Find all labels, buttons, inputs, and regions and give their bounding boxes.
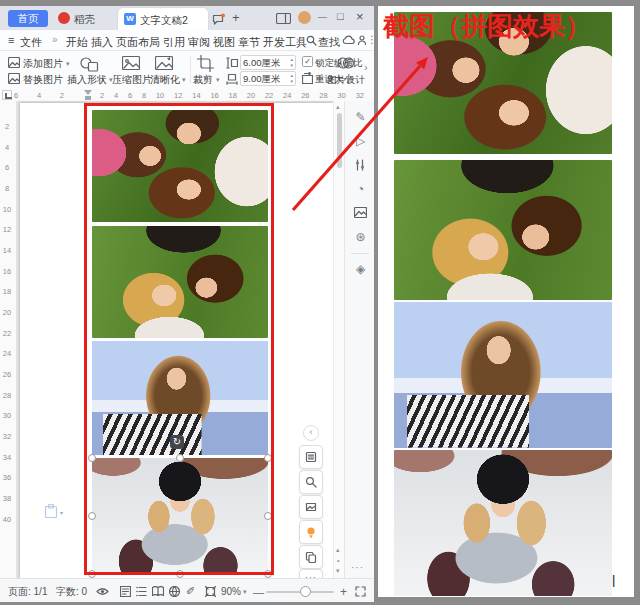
- document-tab[interactable]: W 文字文稿2: [118, 8, 208, 30]
- comment-bubble-icon[interactable]: [212, 13, 225, 25]
- page-down-icon[interactable]: ▾: [336, 567, 340, 575]
- outline-view-icon[interactable]: [136, 586, 147, 597]
- ink-pen-icon[interactable]: ✐: [186, 585, 195, 598]
- stamp-seal-icon[interactable]: ◈: [353, 262, 368, 277]
- menu-view[interactable]: 视图: [213, 35, 235, 50]
- clarify-button[interactable]: 清晰化: [150, 75, 180, 85]
- split-view-icon[interactable]: [276, 13, 291, 24]
- fullscreen-icon[interactable]: [355, 586, 366, 597]
- height-input[interactable]: 6.00厘米 ▴▾: [240, 55, 296, 70]
- paste-options-icon[interactable]: [44, 504, 58, 519]
- crop-dropdown-icon[interactable]: ▾: [216, 76, 220, 84]
- picture-tools-ribbon: 添加图片 ▾ 替换图片 插入形状 ▾ 压缩图片 清晰化 ▾ 裁剪 ▾ 6.00厘…: [0, 51, 374, 90]
- book-view-icon[interactable]: [152, 586, 164, 597]
- compress-picture-icon: [122, 55, 140, 71]
- vertical-ruler-numbers: 246810121416182022242628303234363840: [0, 122, 14, 524]
- docer-logo-icon: [58, 12, 70, 24]
- crop-image-button[interactable]: [299, 495, 323, 519]
- layout-options-button[interactable]: [299, 445, 323, 469]
- replace-picture-button[interactable]: 替换图片: [23, 75, 63, 85]
- right-sidebar: ✎ ▷ ◔ ⊛ ◈ ···: [344, 101, 374, 578]
- eye-protection-icon[interactable]: [96, 587, 109, 596]
- word-count[interactable]: 字数: 0: [56, 587, 87, 597]
- share-user-icon[interactable]: [357, 35, 367, 45]
- copy-icon: [305, 551, 317, 563]
- status-bar: 页面: 1/1 字数: 0 ✐ 90% ▾ — +: [0, 578, 374, 602]
- fit-page-icon[interactable]: [205, 586, 216, 597]
- menu-page-layout[interactable]: 页面布局: [116, 35, 160, 50]
- compress-picture-button[interactable]: 压缩图片: [112, 75, 152, 85]
- insert-shape-button[interactable]: 插入形状: [67, 75, 107, 85]
- annotation-caption: 截图（拼图效果）: [383, 9, 591, 44]
- search-label[interactable]: 查找: [318, 35, 340, 50]
- more-options-icon[interactable]: ⋮: [367, 34, 374, 45]
- shape-select-icon[interactable]: ▷: [353, 134, 368, 149]
- zoom-out-button[interactable]: —: [253, 586, 264, 598]
- left-indent-marker[interactable]: [85, 96, 91, 100]
- quick-access-icon[interactable]: »: [52, 34, 58, 45]
- bulb-icon: [305, 526, 317, 538]
- first-line-indent-marker[interactable]: [84, 90, 92, 95]
- scrollbar-thumb[interactable]: [337, 113, 342, 168]
- vertical-ruler[interactable]: 246810121416182022242628303234363840: [0, 101, 17, 578]
- menu-developer[interactable]: 开发工具: [263, 35, 307, 50]
- edit-pencil-icon[interactable]: ✎: [353, 110, 368, 125]
- web-view-icon[interactable]: [169, 586, 180, 597]
- quick-toolbar-collapse-icon[interactable]: ‹: [303, 425, 319, 441]
- docer-tab[interactable]: 稻壳: [74, 14, 95, 25]
- menu-insert[interactable]: 插入: [91, 35, 113, 50]
- image-note-icon[interactable]: [354, 207, 367, 218]
- lock-aspect-checkbox[interactable]: ✓: [302, 56, 313, 67]
- search-icon[interactable]: [306, 35, 317, 46]
- add-picture-dropdown-icon[interactable]: ▾: [66, 60, 70, 68]
- settings-gear-icon[interactable]: ⊛: [353, 230, 368, 245]
- cloud-sync-icon[interactable]: [342, 35, 355, 45]
- menu-overflow-icon[interactable]: ›: [296, 35, 299, 46]
- height-stepper[interactable]: ▴▾: [290, 57, 293, 68]
- menu-review[interactable]: 审阅: [188, 35, 210, 50]
- adjust-sliders-icon[interactable]: [354, 159, 366, 171]
- wps-window: 首页 稻壳 W 文字文稿2 + — □ × ≡ 文件 » 开始 插入 页面布局 …: [0, 6, 374, 602]
- zoom-slider-thumb[interactable]: [300, 586, 311, 597]
- crop-icon: [197, 55, 214, 72]
- writer-doc-icon: W: [124, 13, 136, 25]
- maximize-button[interactable]: □: [337, 10, 344, 22]
- width-stepper[interactable]: ▴▾: [290, 73, 293, 84]
- beautify-button[interactable]: [299, 520, 323, 544]
- width-input[interactable]: 9.00厘米 ▴▾: [240, 71, 296, 86]
- ruler-numbers-left: 642: [14, 91, 64, 100]
- menu-references[interactable]: 引用: [163, 35, 185, 50]
- menu-file[interactable]: 文件: [20, 35, 42, 50]
- new-tab-button[interactable]: +: [232, 10, 240, 25]
- browse-object-icon[interactable]: •: [337, 557, 339, 564]
- ruler-numbers-right: 2468101214161820222426283032: [100, 91, 364, 100]
- clarify-dropdown-icon[interactable]: ▾: [182, 76, 186, 84]
- tab-selector[interactable]: [2, 90, 12, 100]
- home-tab[interactable]: 首页: [8, 10, 48, 27]
- crop-button[interactable]: 裁剪: [193, 75, 213, 85]
- collage-image-4: [394, 450, 612, 596]
- close-button[interactable]: ×: [356, 9, 364, 24]
- zoom-search-button[interactable]: [299, 470, 323, 494]
- vertical-scrollbar[interactable]: ▴ ▴ • ▾: [333, 101, 344, 578]
- minimize-button[interactable]: —: [318, 12, 327, 22]
- copy-button[interactable]: [299, 545, 323, 569]
- user-avatar[interactable]: [298, 11, 311, 24]
- ribbon-more-icon[interactable]: ›: [364, 61, 368, 73]
- zoom-dropdown-icon[interactable]: ▾: [243, 588, 247, 596]
- picture-design-button[interactable]: 图片设计: [327, 75, 365, 85]
- history-clock-icon[interactable]: ◔: [353, 182, 368, 197]
- page-up-icon[interactable]: ▴: [336, 546, 340, 554]
- magnifier-icon: [305, 476, 317, 488]
- sidebar-divider: [351, 253, 369, 254]
- menu-section[interactable]: 章节: [238, 35, 260, 50]
- add-picture-button[interactable]: 添加图片: [23, 59, 63, 69]
- collage-image-2: [394, 160, 612, 300]
- scroll-up-icon[interactable]: ▴: [336, 103, 340, 111]
- zoom-in-button[interactable]: +: [340, 585, 347, 599]
- menu-home[interactable]: 开始: [66, 35, 88, 50]
- sidebar-more-icon[interactable]: ···: [351, 562, 364, 573]
- page-view-icon[interactable]: [120, 586, 131, 597]
- zoom-level[interactable]: 90%: [221, 587, 241, 597]
- paste-options-dropdown-icon[interactable]: ▾: [60, 509, 63, 516]
